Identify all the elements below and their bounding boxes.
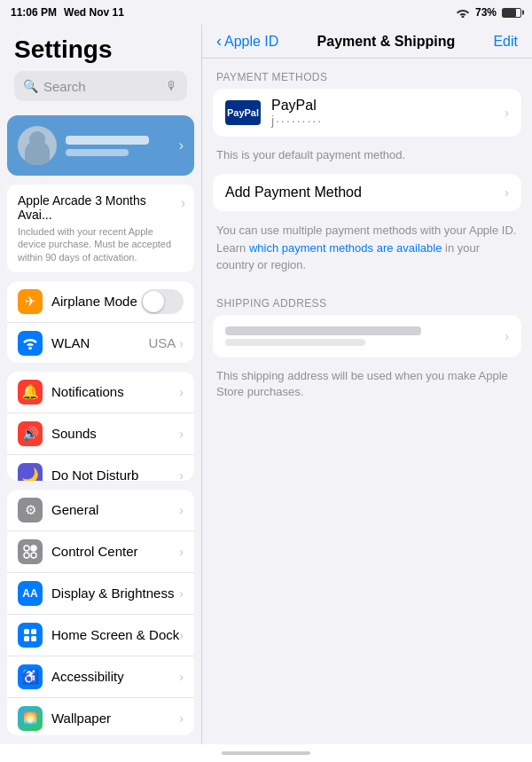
sidebar-item-home-screen[interactable]: Home Screen & Dock › — [7, 615, 194, 656]
sidebar-item-airplane-mode[interactable]: ✈ Airplane Mode — [7, 281, 194, 323]
display-brightness-chevron-icon: › — [179, 586, 184, 601]
wifi-icon — [456, 7, 470, 18]
battery-percentage: 73% — [475, 6, 497, 19]
sidebar-item-general[interactable]: ⚙ General › — [7, 490, 194, 531]
edit-button[interactable]: Edit — [493, 34, 518, 50]
arcade-chevron-icon: › — [181, 195, 185, 211]
nav-bar: ‹ Apple ID Payment & Shipping Edit — [202, 25, 532, 59]
general-section: ⚙ General › Control Center › — [7, 490, 194, 735]
arcade-title: Apple Arcade 3 Months Avai... — [18, 193, 176, 222]
airplane-mode-label: Airplane Mode — [51, 294, 141, 309]
airplane-mode-toggle[interactable] — [141, 289, 184, 314]
shipping-chevron-icon: › — [505, 329, 509, 343]
back-button[interactable]: ‹ Apple ID — [216, 32, 278, 51]
profile-chevron-icon: › — [179, 137, 184, 153]
profile-card[interactable]: › — [7, 115, 194, 176]
home-screen-label: Home Screen & Dock — [51, 627, 179, 642]
home-screen-icon — [18, 623, 43, 648]
shipping-address-blur-2 — [225, 339, 365, 346]
sounds-chevron-icon: › — [179, 427, 184, 441]
sidebar-header: Settings 🔍 Search 🎙 — [0, 25, 201, 115]
payment-methods-header: PAYMENT METHODS — [202, 59, 532, 89]
status-time: 11:06 PM — [11, 6, 57, 19]
profile-info — [66, 136, 170, 156]
home-screen-chevron-icon: › — [179, 628, 184, 642]
content-area: PAYMENT METHODS PayPal PayPal j·········… — [202, 59, 532, 744]
sidebar-title: Settings — [14, 32, 187, 71]
display-brightness-icon: AA — [18, 581, 43, 606]
sidebar-item-wlan[interactable]: WLAN USA › — [7, 323, 194, 363]
sidebar-item-notifications[interactable]: 🔔 Notifications › — [7, 372, 194, 413]
shipping-address-item[interactable]: › — [213, 315, 521, 357]
connectivity-section: ✈ Airplane Mode WLAN USA › — [7, 281, 194, 363]
payment-methods-link[interactable]: which payment methods are available — [249, 241, 442, 255]
notifications-section: 🔔 Notifications › 🔊 Sounds › 🌙 Do Not Di… — [7, 372, 194, 481]
payment-info: PayPal j········· — [271, 98, 505, 128]
status-date: Wed Nov 11 — [64, 6, 124, 19]
sidebar-item-accessibility[interactable]: ♿ Accessibility › — [7, 656, 194, 698]
payment-info-text: You can use multiple payment methods wit… — [202, 215, 532, 285]
status-bar-left: 11:06 PM Wed Nov 11 — [11, 6, 124, 19]
notifications-icon: 🔔 — [18, 380, 43, 405]
general-label: General — [51, 502, 179, 517]
sounds-label: Sounds — [51, 426, 179, 441]
control-center-label: Control Center — [51, 544, 179, 559]
svg-rect-9 — [31, 636, 36, 641]
control-center-chevron-icon: › — [179, 545, 184, 559]
shipping-notice-text: This shipping address will be used when … — [202, 361, 532, 414]
accessibility-chevron-icon: › — [179, 670, 184, 684]
add-payment-label: Add Payment Method — [225, 185, 505, 200]
paypal-dots: j········· — [271, 114, 505, 128]
svg-rect-8 — [24, 636, 29, 641]
sidebar: Settings 🔍 Search 🎙 › Apple Arcade 3 Mon… — [0, 25, 202, 744]
paypal-chevron-icon: › — [505, 106, 509, 120]
sidebar-item-wallpaper[interactable]: 🌅 Wallpaper › — [7, 698, 194, 735]
wifi-small-icon — [22, 337, 38, 350]
sidebar-item-display-brightness[interactable]: AA Display & Brightness › — [7, 573, 194, 615]
notifications-label: Notifications — [51, 384, 179, 399]
svg-point-3 — [31, 546, 36, 551]
wlan-value: USA — [148, 335, 176, 350]
do-not-disturb-icon: 🌙 — [18, 463, 43, 481]
notifications-chevron-icon: › — [179, 385, 184, 399]
accessibility-label: Accessibility — [51, 669, 179, 684]
add-payment-chevron-icon: › — [505, 185, 509, 200]
avatar — [18, 126, 57, 165]
page-title: Payment & Shipping — [317, 34, 456, 50]
mic-icon: 🎙 — [166, 79, 178, 93]
home-screen-symbol-icon — [23, 628, 37, 642]
battery-icon — [502, 8, 521, 18]
search-icon: 🔍 — [23, 79, 38, 93]
shipping-address-blur-1 — [225, 326, 421, 335]
wallpaper-chevron-icon: › — [179, 711, 184, 726]
accessibility-icon: ♿ — [18, 664, 43, 689]
svg-rect-7 — [31, 629, 36, 634]
status-bar-right: 73% — [456, 6, 521, 19]
paypal-name: PayPal — [271, 98, 505, 114]
paypal-item[interactable]: PayPal PayPal j········· › — [213, 89, 521, 137]
profile-name-blur — [66, 136, 149, 145]
payment-methods-card: PayPal PayPal j········· › — [213, 89, 521, 137]
default-payment-notice: This is your default payment method. — [202, 140, 532, 174]
do-not-disturb-chevron-icon: › — [179, 468, 184, 481]
shipping-address-block — [225, 326, 505, 346]
sidebar-item-do-not-disturb[interactable]: 🌙 Do Not Disturb › — [7, 455, 194, 481]
sidebar-item-control-center[interactable]: Control Center › — [7, 531, 194, 573]
sidebar-item-sounds[interactable]: 🔊 Sounds › — [7, 413, 194, 455]
svg-point-1 — [28, 347, 32, 350]
do-not-disturb-label: Do Not Disturb — [51, 467, 179, 480]
add-payment-item[interactable]: Add Payment Method › — [213, 174, 521, 211]
wlan-label: WLAN — [51, 335, 148, 350]
profile-detail-blur — [66, 149, 129, 156]
control-center-icon — [18, 539, 43, 564]
paypal-logo: PayPal — [225, 100, 261, 125]
arcade-banner[interactable]: Apple Arcade 3 Months Avai... Included w… — [7, 185, 194, 272]
general-icon: ⚙ — [18, 498, 43, 522]
paypal-text: PayPal — [227, 107, 259, 118]
right-panel: ‹ Apple ID Payment & Shipping Edit PAYME… — [202, 25, 532, 744]
svg-point-5 — [31, 553, 36, 558]
wlan-chevron-icon: › — [179, 336, 184, 350]
display-brightness-label: Display & Brightness — [51, 585, 179, 601]
search-bar[interactable]: 🔍 Search 🎙 — [14, 71, 187, 101]
control-center-symbol-icon — [23, 545, 37, 559]
